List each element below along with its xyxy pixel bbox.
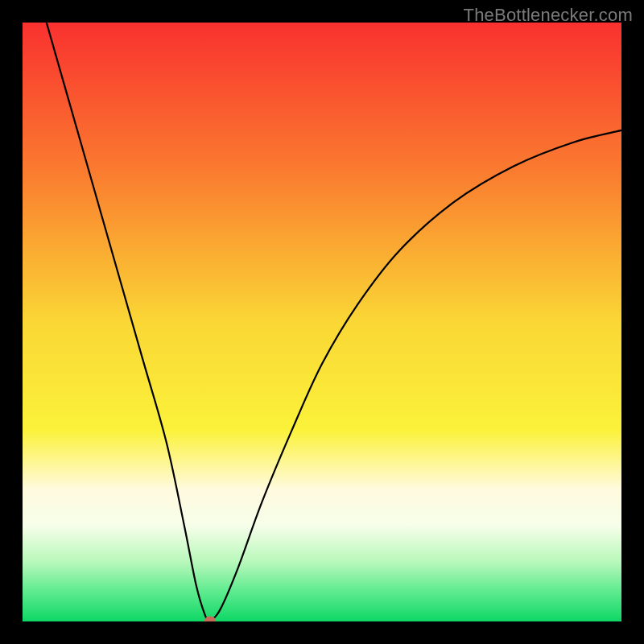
optimal-point-marker [204, 616, 216, 621]
gradient-background [23, 23, 621, 621]
plot-area [23, 23, 621, 621]
chart-frame: TheBottlenecker.com [0, 0, 644, 644]
chart-svg [23, 23, 621, 621]
